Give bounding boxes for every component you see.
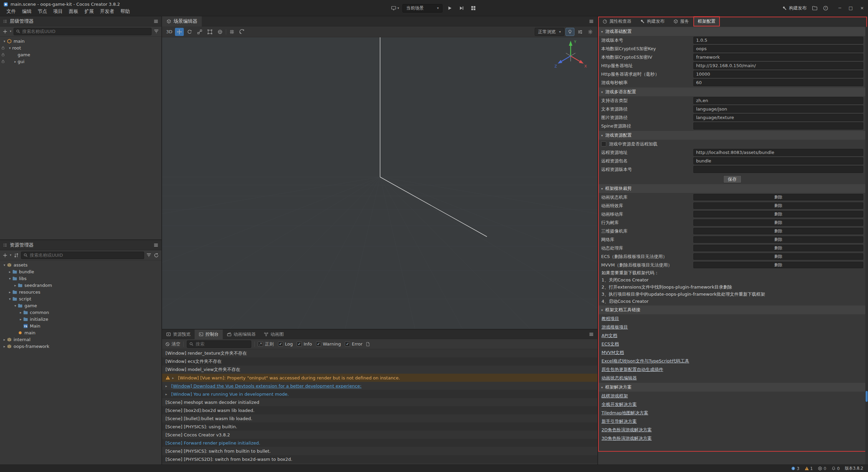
tree-collapse-arrow[interactable]: ▾ bbox=[7, 297, 12, 301]
filter-info[interactable]: ✓Info bbox=[297, 341, 312, 347]
tree-row[interactable]: TSMain bbox=[0, 322, 161, 329]
doc-link[interactable]: 游戏模板项目 bbox=[601, 324, 628, 330]
field-input[interactable] bbox=[693, 157, 863, 164]
export-log-icon[interactable] bbox=[366, 342, 370, 347]
section-header[interactable]: ▾框架解决方案 bbox=[598, 383, 868, 392]
error-count[interactable]: 0 bbox=[818, 466, 826, 471]
doc-link[interactable]: 2D角色扮演游戏解决方案 bbox=[601, 427, 652, 433]
tree-expand-arrow[interactable]: ▸ bbox=[2, 338, 7, 341]
layout-button[interactable] bbox=[469, 4, 478, 13]
section-header[interactable]: ▾框架文档工具链接 bbox=[598, 306, 868, 314]
filter-log[interactable]: ✓Log bbox=[278, 341, 293, 347]
tree-expand-arrow[interactable]: ▸ bbox=[13, 283, 18, 287]
scale-tool[interactable] bbox=[195, 28, 204, 36]
checkbox[interactable]: ✓ bbox=[278, 341, 283, 347]
console-log-row[interactable]: [Window] render_texture文件夹不存在 bbox=[162, 349, 597, 357]
doc-link[interactable]: 新手引导解决方案 bbox=[601, 418, 637, 425]
tree-expand-arrow[interactable]: ▸ bbox=[7, 290, 12, 294]
tab-console[interactable]: 资源预览 bbox=[162, 330, 195, 339]
lock-icon[interactable] bbox=[1, 46, 5, 50]
delete-button[interactable]: 删除 bbox=[693, 228, 863, 234]
tab-console-active[interactable]: 控制台 bbox=[195, 330, 223, 339]
save-button[interactable]: 保存 bbox=[723, 175, 742, 183]
scrollbar-thumb[interactable] bbox=[866, 391, 868, 402]
filter-icon[interactable] bbox=[146, 253, 152, 258]
tree-row[interactable]: ▸initialize bbox=[0, 316, 161, 322]
tree-collapse-arrow[interactable]: ▾ bbox=[7, 46, 12, 50]
delete-button[interactable]: 删除 bbox=[693, 236, 863, 243]
tab-console[interactable]: 动画图 bbox=[260, 330, 288, 339]
tree-expand-arrow[interactable]: ▸ bbox=[18, 317, 23, 321]
menu-item[interactable]: 面板 bbox=[66, 8, 81, 15]
console-log-row[interactable]: [Scene] Forward render pipeline initiali… bbox=[162, 439, 597, 447]
menu-item[interactable]: 项目 bbox=[50, 8, 66, 15]
doc-link[interactable]: 战棋游戏框架 bbox=[601, 393, 628, 399]
field-input[interactable] bbox=[693, 79, 863, 86]
close-button[interactable]: × bbox=[860, 5, 864, 11]
console-log-row[interactable]: ▸[Window] [Vue warn]: Property "onInput"… bbox=[162, 374, 597, 382]
checkbox[interactable]: ✓ bbox=[297, 341, 302, 347]
doc-link[interactable]: ECS文档 bbox=[601, 341, 619, 347]
field-input[interactable] bbox=[693, 54, 863, 61]
console-log-row[interactable]: [Scene] meshopt wasm decoder initialized bbox=[162, 398, 597, 406]
tree-row[interactable]: ▸internal bbox=[0, 336, 161, 343]
panel-menu-icon[interactable] bbox=[153, 19, 159, 24]
build-publish-button[interactable]: 构建发布 bbox=[782, 5, 807, 11]
delete-button[interactable]: 删除 bbox=[693, 245, 863, 251]
doc-link[interactable]: 动画状态机编辑器 bbox=[601, 375, 637, 381]
hierarchy-search[interactable] bbox=[14, 28, 152, 35]
maximize-button[interactable]: □ bbox=[849, 5, 853, 11]
gizmo-settings-button[interactable] bbox=[586, 28, 595, 36]
help-icon[interactable]: ? bbox=[823, 5, 828, 11]
field-input[interactable] bbox=[693, 114, 863, 121]
tab-inspector[interactable]: 构建发布 bbox=[636, 16, 669, 26]
tree-row[interactable]: ▸common bbox=[0, 309, 161, 316]
message-count[interactable]: 3 bbox=[791, 466, 800, 471]
checkbox[interactable]: ✓ bbox=[316, 341, 321, 347]
tree-row[interactable]: ▾game bbox=[0, 302, 161, 309]
pivot-tool[interactable] bbox=[216, 28, 224, 36]
console-log-row[interactable]: [Scene] [PHYSICS]: switch from builtin t… bbox=[162, 447, 597, 455]
console-log-row[interactable]: ▸[Window] You are running Vue in develop… bbox=[162, 390, 597, 398]
assets-search-input[interactable] bbox=[30, 253, 142, 258]
field-input[interactable] bbox=[693, 97, 863, 104]
panel-menu-icon[interactable] bbox=[589, 332, 594, 337]
create-node-button[interactable] bbox=[2, 29, 8, 34]
tree-row[interactable]: ▾assets bbox=[0, 261, 161, 268]
grid-snap-button[interactable] bbox=[228, 28, 236, 36]
tree-row[interactable]: ▸gui bbox=[0, 58, 161, 65]
log-expand-arrow[interactable]: ▸ bbox=[165, 384, 169, 388]
menu-item[interactable]: 编辑 bbox=[19, 8, 35, 15]
notification-count[interactable]: 0 bbox=[831, 466, 840, 471]
console-log-row[interactable]: [Scene] [box2d]:box2d wasm lib loaded. bbox=[162, 406, 597, 414]
log-expand-arrow[interactable]: ▸ bbox=[165, 392, 169, 396]
console-log-row[interactable]: [Window] model_view文件夹不存在 bbox=[162, 366, 597, 374]
checkbox[interactable]: ✓ bbox=[345, 341, 350, 347]
tree-expand-arrow[interactable]: ▸ bbox=[13, 60, 18, 63]
delete-button[interactable]: 删除 bbox=[693, 202, 863, 209]
tree-collapse-arrow[interactable]: ▾ bbox=[7, 277, 12, 280]
tree-row[interactable]: ▾root bbox=[0, 44, 161, 51]
view-mode-select[interactable]: 正常浏览 ▾ bbox=[535, 28, 564, 36]
tree-collapse-arrow[interactable]: ▾ bbox=[2, 39, 7, 43]
tree-collapse-arrow[interactable]: ▾ bbox=[2, 263, 7, 267]
doc-link[interactable]: Excel格式转Json文件与TypeScript代码工具 bbox=[601, 358, 689, 364]
tab-inspector[interactable]: 服务 bbox=[669, 16, 693, 26]
tree-row[interactable]: ▾script bbox=[0, 295, 161, 302]
panel-menu-icon[interactable] bbox=[589, 19, 594, 24]
rotate-tool[interactable] bbox=[185, 28, 194, 36]
regex-toggle[interactable]: .* 正则 bbox=[258, 341, 274, 347]
log-expand-arrow[interactable]: ▸ bbox=[172, 376, 176, 380]
doc-link[interactable]: API文档 bbox=[601, 333, 617, 339]
tree-row[interactable]: ▸resources bbox=[0, 289, 161, 295]
field-input[interactable] bbox=[693, 45, 863, 52]
warning-count[interactable]: 1 bbox=[805, 466, 813, 471]
doc-link[interactable]: 原生包热更新配置自动生成插件 bbox=[601, 367, 663, 373]
tree-row[interactable]: ▸bundle bbox=[0, 268, 161, 275]
field-input[interactable] bbox=[693, 37, 863, 44]
open-folder-icon[interactable] bbox=[812, 5, 817, 11]
preview-target-button[interactable]: ▾ bbox=[390, 4, 400, 13]
menu-item[interactable]: 节点 bbox=[35, 8, 50, 15]
tab-inspector[interactable]: 属性检查器 bbox=[598, 16, 636, 26]
doc-link[interactable]: MVVM文档 bbox=[601, 350, 624, 356]
